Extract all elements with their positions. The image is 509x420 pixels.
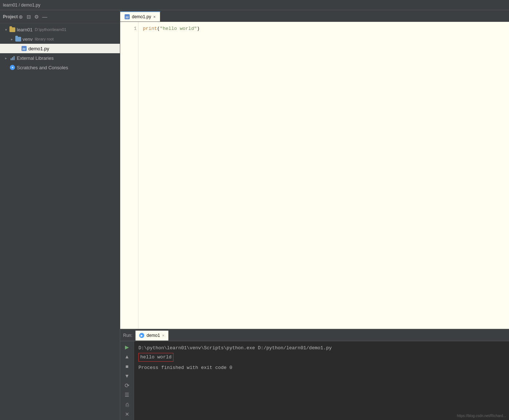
filter-button[interactable]: ☰ — [122, 390, 132, 399]
bottom-panel: Run: ▶ demo1 × ▶ ▲ ■ ▼ ⟳ ☰ ⎙ ✕ — [120, 329, 509, 420]
line-number-1: 1 — [122, 25, 137, 33]
sidebar-item-venv[interactable]: venv library root — [0, 34, 120, 44]
run-tab-label: demo1 — [146, 333, 160, 338]
external-libs-icon — [9, 55, 15, 61]
print-button[interactable]: ⎙ — [122, 400, 132, 409]
rerun-button[interactable]: ⟳ — [122, 381, 132, 390]
line-numbers: 1 — [120, 22, 138, 329]
tree-arrow-ext-libs — [3, 55, 9, 61]
run-tab-close[interactable]: × — [162, 333, 164, 338]
code-keyword-print: print — [143, 25, 157, 33]
sidebar-tree: learn01 D:\python\learn01 venv library r… — [0, 23, 120, 420]
console-hello-world: hello world — [138, 353, 505, 362]
external-libs-label: External Libraries — [17, 55, 54, 61]
editor-tabs: py demo1.py × — [120, 10, 509, 22]
main-container: Project ⊕ ⊟ ⚙ — learn01 D:\python\learn0… — [0, 10, 509, 420]
learn01-label: learn01 — [17, 27, 32, 32]
tree-arrow-venv — [9, 36, 15, 42]
console-command: D:\python\learn01\venv\Scripts\python.ex… — [138, 344, 505, 352]
sidebar-title: Project — [3, 14, 18, 19]
scratches-label: Scratches and Consoles — [17, 65, 68, 70]
run-toolbar: ▶ ▲ ■ ▼ ⟳ ☰ ⎙ ✕ — [120, 341, 134, 420]
breadcrumb: learn01 / demo1.py — [3, 3, 40, 8]
demo1py-label: demo1.py — [28, 46, 49, 51]
run-tab-demo1[interactable]: ▶ demo1 × — [135, 330, 168, 341]
tab-py-icon: py — [125, 14, 130, 19]
scratches-icon: ✦ — [9, 65, 15, 70]
collapse-icon[interactable]: ⊟ — [26, 14, 32, 20]
editor-area: py demo1.py × 1 print("hello world") Run… — [120, 10, 509, 420]
tab-demo1py[interactable]: py demo1.py × — [120, 11, 160, 22]
run-button[interactable]: ▶ — [122, 343, 132, 351]
python-file-icon: py — [21, 46, 27, 51]
sidebar-header-icons: ⊕ ⊟ ⚙ — — [18, 14, 48, 20]
sidebar-header: Project ⊕ ⊟ ⚙ — — [0, 10, 120, 23]
sidebar-item-learn01[interactable]: learn01 D:\python\learn01 — [0, 25, 120, 34]
console-exit-msg: Process finished with exit code 0 — [138, 364, 505, 372]
hello-world-output: hello world — [138, 353, 173, 362]
title-bar: learn01 / demo1.py — [0, 0, 509, 10]
code-string-hello: "hello world" — [160, 25, 197, 33]
run-label: Run: — [123, 333, 132, 338]
code-line-1: print("hello world") — [143, 25, 505, 33]
learn01-path: D:\python\learn01 — [35, 27, 66, 32]
sidebar-item-demo1py[interactable]: py demo1.py — [0, 44, 120, 53]
venv-label: venv — [23, 36, 32, 42]
code-editor[interactable]: print("hello world") — [138, 22, 509, 329]
folder-yellow-icon — [9, 27, 15, 32]
stop-button[interactable]: ■ — [122, 362, 132, 371]
tab-label: demo1.py — [132, 14, 151, 19]
settings-icon[interactable]: ⚙ — [34, 14, 40, 20]
delete-button[interactable]: ✕ — [122, 410, 132, 419]
scroll-down-button[interactable]: ▼ — [122, 372, 132, 380]
scroll-up-button[interactable]: ▲ — [122, 352, 132, 361]
minimize-icon[interactable]: — — [42, 14, 48, 20]
console-output: D:\python\learn01\venv\Scripts\python.ex… — [134, 341, 509, 420]
tab-close-button[interactable]: × — [153, 15, 156, 19]
sidebar: Project ⊕ ⊟ ⚙ — learn01 D:\python\learn0… — [0, 10, 120, 420]
sidebar-item-external-libs[interactable]: External Libraries — [0, 53, 120, 63]
bottom-content: ▶ ▲ ■ ▼ ⟳ ☰ ⎙ ✕ D:\python\learn01\venv\S… — [120, 341, 509, 420]
venv-sublabel: library root — [35, 37, 54, 41]
folder-blue-icon — [15, 36, 21, 42]
sidebar-item-scratches[interactable]: ✦ Scratches and Consoles — [0, 63, 120, 72]
bottom-tabs: Run: ▶ demo1 × — [120, 330, 509, 341]
scope-icon[interactable]: ⊕ — [18, 14, 24, 20]
run-tab-icon: ▶ — [139, 333, 144, 338]
editor-content: 1 print("hello world") — [120, 22, 509, 329]
code-paren-close: ) — [197, 25, 200, 33]
tree-arrow-learn01 — [3, 27, 9, 32]
code-paren-open: ( — [157, 25, 160, 33]
